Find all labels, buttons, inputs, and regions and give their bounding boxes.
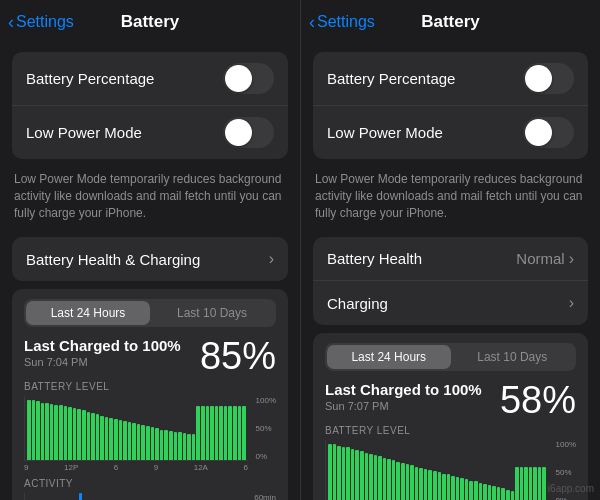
time-label: 12A [194, 463, 208, 472]
back-chevron-icon: ‹ [309, 12, 315, 33]
battery-bar [64, 406, 68, 460]
toggle-group: Battery PercentageLow Power Mode [313, 52, 588, 159]
battery-bar [328, 444, 332, 500]
battery-bar [224, 406, 228, 460]
battery-bar [105, 417, 109, 461]
time-labels: 912P6912A6 [24, 463, 248, 472]
time-label: 9 [154, 463, 158, 472]
low-power-description: Low Power Mode temporarily reduces backg… [0, 167, 300, 229]
battery-bar [474, 481, 478, 500]
battery-bar [483, 484, 487, 500]
activity-label: ACTIVITY [24, 478, 276, 489]
toggle-switch-1[interactable] [223, 117, 274, 148]
battery-bar [374, 455, 378, 500]
grid-label: 50% [256, 424, 276, 433]
battery-bar [410, 465, 414, 500]
battery-bar [401, 463, 405, 500]
battery-bar [506, 490, 510, 500]
battery-bar [155, 428, 159, 460]
battery-bar [479, 483, 483, 500]
health-row-label-1: Charging [327, 295, 388, 312]
battery-bar [442, 474, 446, 500]
battery-bar [492, 486, 496, 500]
battery-bar [196, 406, 200, 460]
toggle-group: Battery PercentageLow Power Mode [12, 52, 288, 159]
grid-label: 50% [556, 468, 576, 477]
battery-bar [164, 430, 168, 460]
back-button[interactable]: ‹Settings [309, 12, 375, 33]
battery-bar [123, 421, 127, 461]
low-power-description: Low Power Mode temporarily reduces backg… [301, 167, 600, 229]
battery-bar [41, 403, 45, 461]
chevron-right-icon: › [569, 250, 574, 268]
battery-bar [360, 451, 364, 500]
battery-bar [215, 406, 219, 460]
battery-bar [128, 422, 132, 460]
battery-bar [27, 400, 31, 461]
toggle-switch-1[interactable] [523, 117, 574, 148]
toggle-knob [525, 119, 552, 146]
battery-bar [333, 444, 337, 500]
time-label: 9 [24, 463, 28, 472]
battery-bar [132, 423, 136, 460]
battery-bar [342, 447, 346, 500]
toggle-row-0: Battery Percentage [12, 52, 288, 106]
battery-bar [433, 471, 437, 500]
battery-bar [219, 406, 223, 460]
battery-bar [119, 420, 123, 460]
toggle-row-0: Battery Percentage [313, 52, 588, 106]
battery-bar [346, 447, 350, 500]
battery-bar [511, 491, 515, 500]
battery-bar [533, 467, 537, 500]
page-title: Battery [121, 12, 180, 32]
battery-bar [396, 462, 400, 500]
battery-bar [45, 403, 49, 461]
battery-bar [233, 406, 237, 460]
battery-bar [36, 401, 40, 461]
battery-level-label: BATTERY LEVEL [24, 381, 276, 392]
watermark: i6app.com [548, 483, 594, 494]
activity-grid-labels: 60min30min0min [254, 493, 276, 500]
battery-bar [206, 406, 210, 460]
chart-tab-0[interactable]: Last 24 Hours [327, 345, 451, 369]
toggle-label-0: Battery Percentage [327, 70, 455, 87]
battery-health-charging-row[interactable]: Battery Health & Charging› [12, 237, 288, 281]
chart-tab-0[interactable]: Last 24 Hours [26, 301, 150, 325]
toggle-switch-0[interactable] [523, 63, 574, 94]
time-label: 6 [114, 463, 118, 472]
toggle-row-1: Low Power Mode [313, 106, 588, 159]
battery-bar [451, 476, 455, 500]
battery-bar [387, 459, 391, 500]
charge-left: Last Charged to 100%Sun 7:07 PM [325, 381, 482, 412]
health-row-0[interactable]: Battery HealthNormal› [313, 237, 588, 281]
battery-bar [501, 488, 505, 500]
grid-label: 100% [556, 440, 576, 449]
toggle-switch-0[interactable] [223, 63, 274, 94]
time-label: 6 [243, 463, 247, 472]
battery-bar [415, 467, 419, 500]
health-row-1[interactable]: Charging› [313, 281, 588, 325]
activity-grid-label: 60min [254, 493, 276, 500]
battery-bar [488, 485, 492, 500]
battery-bar [77, 409, 81, 460]
battery-bar [469, 481, 473, 500]
chart-tab-1[interactable]: Last 10 Days [451, 345, 575, 369]
toggle-knob [525, 65, 552, 92]
battery-bar [378, 456, 382, 500]
battery-bar [438, 472, 442, 500]
charge-info: Last Charged to 100%Sun 7:04 PM85% [24, 337, 276, 375]
toggle-label-0: Battery Percentage [26, 70, 154, 87]
battery-bar [355, 450, 359, 500]
charge-percentage: 58% [500, 381, 576, 419]
back-button[interactable]: ‹Settings [8, 12, 74, 33]
battery-bar [146, 426, 150, 461]
battery-level-label: BATTERY LEVEL [325, 425, 576, 436]
battery-bar [54, 405, 58, 461]
grid-label: 0% [256, 452, 276, 461]
grid-label: 0% [556, 496, 576, 500]
chart-tab-1[interactable]: Last 10 Days [150, 301, 274, 325]
battery-bar [392, 460, 396, 500]
activity-bars-area [24, 493, 248, 500]
battery-bar [460, 478, 464, 500]
battery-bar [201, 406, 205, 460]
